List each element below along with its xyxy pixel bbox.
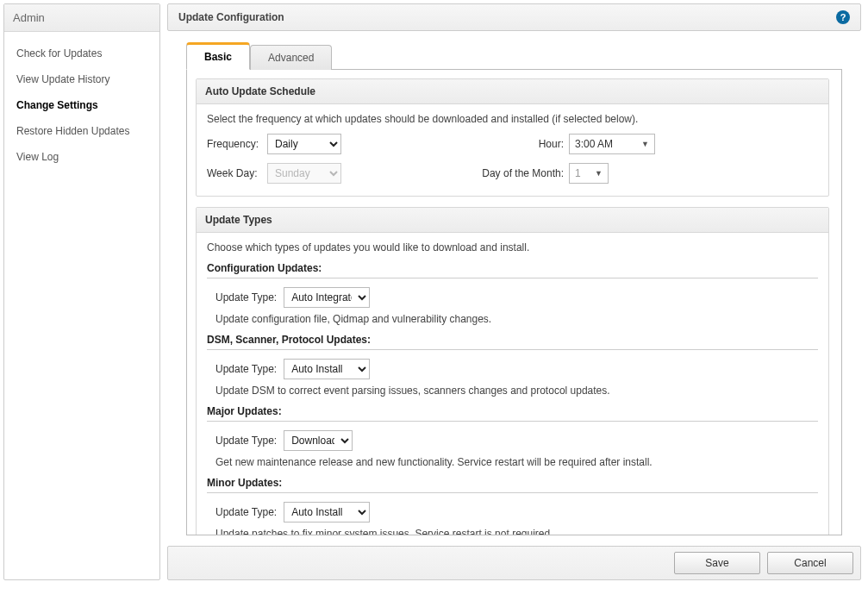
select-update-type-major[interactable]: Download — [284, 430, 353, 451]
footer-bar: Save Cancel — [167, 546, 861, 580]
help-icon[interactable]: ? — [836, 10, 850, 24]
divider — [207, 349, 818, 350]
select-hour[interactable]: 3:00 AM ▼ — [569, 134, 655, 154]
label-day-of-month: Day of the Month: — [371, 167, 569, 179]
page-title: Update Configuration — [178, 11, 284, 23]
content-scrollbox[interactable]: Auto Update Schedule Select the frequenc… — [186, 70, 842, 535]
sidebar-item-restore-hidden[interactable]: Restore Hidden Updates — [4, 118, 159, 144]
schedule-instruction: Select the frequency at which updates sh… — [207, 113, 818, 125]
heading-dsm-updates: DSM, Scanner, Protocol Updates: — [207, 334, 818, 346]
panel-title-update-types: Update Types — [197, 208, 828, 233]
desc-dsm-updates: Update DSM to correct event parsing issu… — [215, 385, 818, 397]
chevron-down-icon: ▼ — [641, 140, 649, 148]
sidebar-item-change-settings[interactable]: Change Settings — [4, 92, 159, 118]
label-hour: Hour: — [371, 138, 569, 150]
desc-major-updates: Get new maintenance release and new func… — [215, 456, 818, 468]
page-header: Update Configuration ? — [167, 3, 861, 31]
tab-area: Basic Advanced Auto Update Schedule Sele… — [167, 41, 861, 535]
panel-title-schedule: Auto Update Schedule — [197, 79, 828, 104]
label-update-type-dsm: Update Type: — [215, 363, 277, 375]
select-dom-value: 1 — [575, 167, 581, 179]
select-update-type-dsm[interactable]: Auto Install — [284, 359, 370, 379]
heading-minor-updates: Minor Updates: — [207, 477, 818, 489]
desc-configuration-updates: Update configuration file, Qidmap and vu… — [215, 313, 818, 325]
main-column: Update Configuration ? Basic Advanced Au… — [167, 3, 861, 580]
select-update-type-minor[interactable]: Auto Install — [284, 502, 370, 523]
label-update-type-minor: Update Type: — [215, 506, 277, 518]
panel-auto-update-schedule: Auto Update Schedule Select the frequenc… — [196, 78, 829, 197]
select-weekday: Sunday — [267, 163, 341, 184]
select-update-type-cfg[interactable]: Auto Integrate — [284, 287, 370, 308]
tab-advanced[interactable]: Advanced — [250, 45, 332, 70]
chevron-down-icon: ▼ — [595, 169, 603, 178]
heading-major-updates: Major Updates: — [207, 405, 818, 417]
select-hour-value: 3:00 AM — [575, 138, 613, 150]
tabs: Basic Advanced — [186, 41, 842, 70]
sidebar-item-view-history[interactable]: View Update History — [4, 66, 159, 92]
label-frequency: Frequency: — [207, 138, 267, 150]
divider — [207, 492, 818, 493]
label-update-type-major: Update Type: — [215, 435, 277, 447]
panel-update-types: Update Types Choose which types of updat… — [196, 207, 829, 535]
tab-basic[interactable]: Basic — [186, 42, 250, 70]
cancel-button[interactable]: Cancel — [767, 552, 853, 574]
admin-sidebar: Admin Check for Updates View Update Hist… — [3, 3, 160, 580]
desc-minor-updates: Update patches to fix minor system issue… — [215, 528, 818, 535]
divider — [207, 278, 818, 278]
sidebar-item-check-updates[interactable]: Check for Updates — [4, 41, 159, 66]
sidebar-item-view-log[interactable]: View Log — [4, 144, 159, 170]
select-day-of-month: 1 ▼ — [569, 163, 609, 184]
divider — [207, 421, 818, 422]
save-button[interactable]: Save — [674, 552, 760, 574]
sidebar-title: Admin — [4, 4, 159, 32]
sidebar-items: Check for Updates View Update History Ch… — [4, 32, 159, 351]
label-weekday: Week Day: — [207, 167, 267, 179]
select-frequency[interactable]: Daily — [267, 134, 341, 154]
heading-configuration-updates: Configuration Updates: — [207, 262, 818, 274]
update-types-instruction: Choose which types of updates you would … — [207, 241, 818, 253]
label-update-type-cfg: Update Type: — [215, 291, 277, 304]
